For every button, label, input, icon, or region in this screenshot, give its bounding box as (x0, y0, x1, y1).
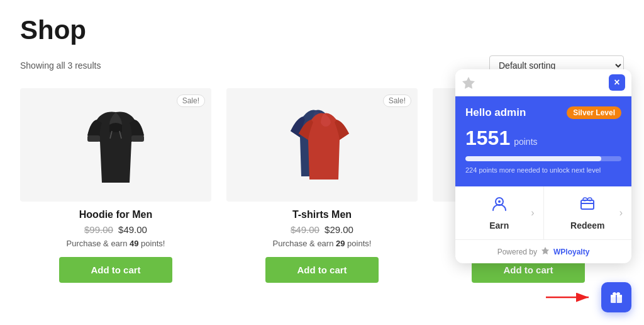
sale-badge-hoodie: Sale! (177, 94, 205, 107)
redeem-label: Redeem (570, 220, 604, 231)
widget-footer: Powered by WPloyalty (455, 240, 631, 263)
add-to-cart-tshirt[interactable]: Add to cart (265, 257, 379, 283)
footer-logo-icon (541, 246, 550, 257)
tshirt-illustration (281, 101, 363, 189)
svg-point-18 (498, 200, 501, 203)
earn-text-hoodie: Purchase & earn 49 points! (67, 239, 165, 248)
progress-bar-wrap (465, 156, 621, 161)
silver-level-badge: Silver Level (567, 106, 621, 119)
arrow-hint (543, 290, 594, 305)
points-label: points (514, 137, 537, 147)
product-name-tshirt: T-shirts Men (292, 209, 352, 220)
widget-actions: Earn › Redeem › (455, 186, 631, 240)
add-to-cart-hoodie[interactable]: Add to cart (59, 257, 172, 283)
product-image-hoodie: Sale! (20, 88, 211, 202)
product-name-hoodie: Hoodie for Men (79, 209, 152, 220)
page-title: Shop (20, 15, 624, 45)
new-price-tshirt: $29.00 (325, 224, 353, 235)
points-number: 1551 (465, 127, 510, 150)
product-card-tshirt: Sale! T-shirts Men $49.00 $29.00 Purchas… (226, 88, 418, 283)
old-price-hoodie: $99.00 (84, 224, 113, 235)
redeem-arrow-icon: › (619, 207, 623, 219)
progress-note: 224 points more needed to unlock next le… (465, 166, 621, 174)
svg-rect-0 (87, 135, 100, 142)
svg-marker-16 (462, 77, 475, 89)
old-price-tshirt: $49.00 (291, 224, 319, 235)
wployalty-logo-icon (462, 76, 475, 89)
product-price-hoodie: $99.00 $49.00 (84, 224, 147, 235)
svg-rect-1 (131, 135, 144, 142)
new-price-hoodie: $49.00 (118, 224, 147, 235)
wployalty-brand: WPloyalty (553, 248, 589, 256)
redeem-action[interactable]: Redeem › (544, 186, 632, 239)
widget-top-bar: × (455, 69, 631, 96)
gift-icon (609, 290, 624, 305)
powered-by-text: Powered by (497, 248, 537, 256)
floating-gift-button[interactable] (601, 282, 631, 312)
results-count: Showing all 3 results (20, 60, 101, 71)
earn-action[interactable]: Earn › (455, 186, 544, 239)
hoodie-illustration (78, 101, 153, 189)
loyalty-widget: × Hello admin Silver Level 1551 points 2… (455, 69, 631, 263)
widget-close-button[interactable]: × (609, 74, 625, 91)
earn-text-tshirt: Purchase & earn 29 points! (273, 239, 372, 248)
svg-rect-19 (581, 200, 594, 209)
earn-arrow-icon: › (531, 207, 534, 219)
redeem-icon (579, 195, 596, 217)
svg-marker-20 (541, 247, 549, 254)
widget-body: Hello admin Silver Level 1551 points 224… (455, 96, 631, 263)
product-image-tshirt: Sale! (226, 88, 418, 202)
points-row: 1551 points (465, 127, 621, 150)
product-card-hoodie: Sale! Hoodie for Men $99.00 $49.00 Purch… (20, 88, 211, 283)
widget-greeting-row: Hello admin Silver Level (465, 106, 621, 119)
widget-greeting: Hello admin (465, 106, 526, 119)
earn-icon (491, 195, 508, 217)
product-price-tshirt: $49.00 $29.00 (291, 224, 353, 235)
widget-header-card: Hello admin Silver Level 1551 points 224… (455, 96, 631, 186)
earn-label: Earn (489, 220, 509, 231)
progress-bar-fill (465, 156, 601, 161)
sale-badge-tshirt: Sale! (383, 94, 411, 107)
